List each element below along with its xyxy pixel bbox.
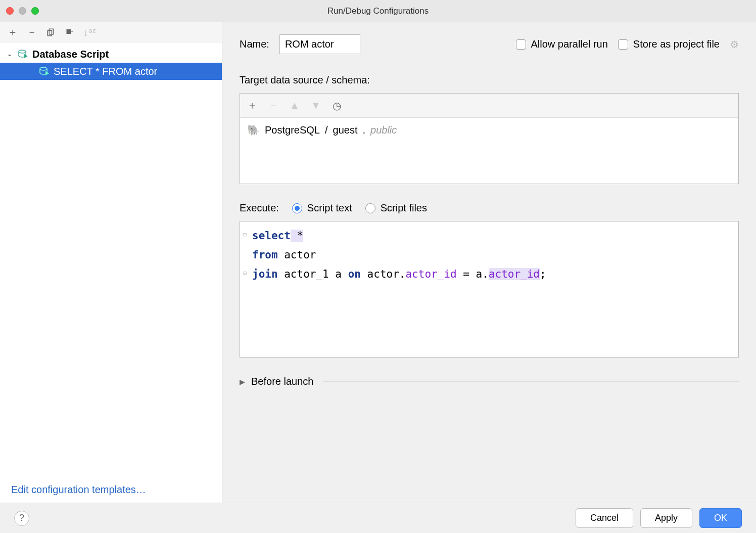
ds-db-name: PostgreSQL bbox=[265, 124, 320, 136]
sql-column: actor_id bbox=[489, 268, 540, 280]
ds-down-icon: ▼ bbox=[311, 100, 320, 111]
config-tree: ⌄ Database Script SELECT * FROM actor bbox=[0, 42, 222, 477]
radio-button bbox=[292, 203, 302, 213]
svg-point-3 bbox=[40, 67, 47, 70]
execute-label: Execute: bbox=[240, 202, 279, 214]
store-project-label: Store as project file bbox=[633, 38, 720, 50]
sql-keyword: select bbox=[252, 230, 291, 242]
svg-point-2 bbox=[19, 50, 26, 53]
sql-text: * bbox=[291, 230, 303, 242]
checkbox-box bbox=[516, 39, 526, 50]
sql-keyword: from bbox=[252, 249, 278, 261]
ds-dot: . bbox=[362, 124, 365, 136]
add-config-icon[interactable]: ＋ bbox=[7, 27, 18, 38]
editor-line: ⊟ select * bbox=[243, 227, 735, 246]
sql-editor[interactable]: ⊟ select * from actor ⊟ join actor_1 a o… bbox=[240, 221, 739, 358]
main-layout: ＋ － ↓ᵃᶻ ⌄ Database Script SELECT * FROM … bbox=[0, 22, 756, 503]
name-label: Name: bbox=[240, 38, 269, 50]
ds-separator: / bbox=[325, 124, 328, 136]
minimize-window-button[interactable] bbox=[19, 7, 26, 15]
gear-icon[interactable]: ⚙ bbox=[730, 38, 739, 51]
svg-rect-0 bbox=[49, 29, 53, 34]
sidebar-toolbar: ＋ － ↓ᵃᶻ bbox=[0, 22, 222, 42]
tree-item-select-actor[interactable]: SELECT * FROM actor bbox=[0, 63, 222, 80]
ds-add-icon[interactable]: ＋ bbox=[247, 99, 256, 112]
ok-button[interactable]: OK bbox=[699, 508, 742, 528]
sql-text: ; bbox=[540, 268, 546, 280]
help-button[interactable]: ? bbox=[14, 511, 29, 526]
radio-script-files[interactable]: Script files bbox=[365, 202, 427, 214]
editor-line: from actor bbox=[243, 246, 735, 265]
gutter bbox=[243, 246, 252, 265]
ds-list: 🐘 PostgreSQL / guest. public bbox=[240, 118, 738, 184]
radio-label: Script files bbox=[381, 202, 427, 214]
sql-column: actor_id bbox=[405, 268, 456, 280]
database-script-icon bbox=[18, 50, 28, 59]
edit-templates-link[interactable]: Edit configuration templates… bbox=[11, 484, 146, 495]
ds-item-postgresql[interactable]: 🐘 PostgreSQL / guest. public bbox=[247, 122, 731, 138]
postgresql-icon: 🐘 bbox=[247, 124, 260, 136]
name-input[interactable] bbox=[279, 34, 360, 54]
sql-keyword: on bbox=[348, 268, 361, 280]
radio-label: Script text bbox=[307, 202, 352, 214]
ds-toolbar: ＋ － ▲ ▼ ◷ bbox=[240, 94, 738, 118]
dialog-footer: ? Cancel Apply OK bbox=[0, 503, 756, 533]
divider bbox=[323, 381, 739, 382]
name-row: Name: Allow parallel run Store as projec… bbox=[240, 34, 739, 54]
ds-user: guest bbox=[333, 124, 358, 136]
window-controls bbox=[6, 7, 39, 15]
maximize-window-button[interactable] bbox=[31, 7, 39, 15]
ds-history-icon[interactable]: ◷ bbox=[332, 100, 341, 112]
nbenabled: = a. bbox=[457, 268, 489, 280]
allow-parallel-checkbox[interactable]: Allow parallel run bbox=[516, 38, 608, 50]
editor-line: ⊟ join actor_1 a on actor.actor_id = a.a… bbox=[243, 265, 735, 284]
cancel-button[interactable]: Cancel bbox=[576, 508, 633, 528]
close-window-button[interactable] bbox=[6, 7, 14, 15]
svg-rect-1 bbox=[48, 30, 52, 36]
database-script-icon bbox=[39, 67, 50, 76]
tree-root-database-script[interactable]: ⌄ Database Script bbox=[0, 46, 222, 63]
radio-button bbox=[365, 203, 375, 213]
checkbox-box bbox=[618, 39, 628, 50]
copy-config-icon[interactable] bbox=[45, 27, 57, 38]
sql-text: actor bbox=[278, 249, 316, 261]
fold-marker-icon: ⊟ bbox=[243, 227, 252, 246]
ds-schema: public bbox=[370, 124, 397, 136]
chevron-right-icon: ▶ bbox=[240, 378, 245, 386]
window-title: Run/Debug Configurations bbox=[6, 6, 750, 16]
sidebar: ＋ － ↓ᵃᶻ ⌄ Database Script SELECT * FROM … bbox=[0, 22, 222, 503]
ds-remove-icon: － bbox=[268, 99, 277, 112]
config-panel: Name: Allow parallel run Store as projec… bbox=[222, 22, 756, 503]
tree-item-label: SELECT * FROM actor bbox=[54, 66, 157, 77]
radio-script-text[interactable]: Script text bbox=[292, 202, 352, 214]
allow-parallel-label: Allow parallel run bbox=[531, 38, 608, 50]
remove-config-icon[interactable]: － bbox=[26, 27, 37, 38]
tree-root-label: Database Script bbox=[32, 49, 109, 60]
save-config-icon[interactable] bbox=[65, 27, 76, 38]
data-source-box: ＋ － ▲ ▼ ◷ 🐘 PostgreSQL / guest. public bbox=[240, 93, 739, 184]
chevron-down-icon: ⌄ bbox=[7, 51, 14, 58]
sql-text: actor_1 a bbox=[278, 268, 348, 280]
execute-row: Execute: Script text Script files bbox=[240, 202, 739, 214]
sql-text: actor. bbox=[361, 268, 406, 280]
sidebar-footer: Edit configuration templates… bbox=[0, 477, 222, 503]
fold-marker-icon: ⊟ bbox=[243, 265, 252, 284]
target-ds-label: Target data source / schema: bbox=[240, 74, 739, 86]
before-launch-label: Before launch bbox=[251, 376, 313, 387]
store-project-checkbox[interactable]: Store as project file bbox=[618, 38, 720, 50]
sort-alpha-icon: ↓ᵃᶻ bbox=[84, 27, 95, 38]
apply-button[interactable]: Apply bbox=[640, 508, 692, 528]
ds-up-icon: ▲ bbox=[290, 100, 299, 111]
before-launch-section[interactable]: ▶ Before launch bbox=[240, 376, 739, 387]
titlebar: Run/Debug Configurations bbox=[0, 0, 756, 22]
sql-keyword: join bbox=[252, 268, 278, 280]
